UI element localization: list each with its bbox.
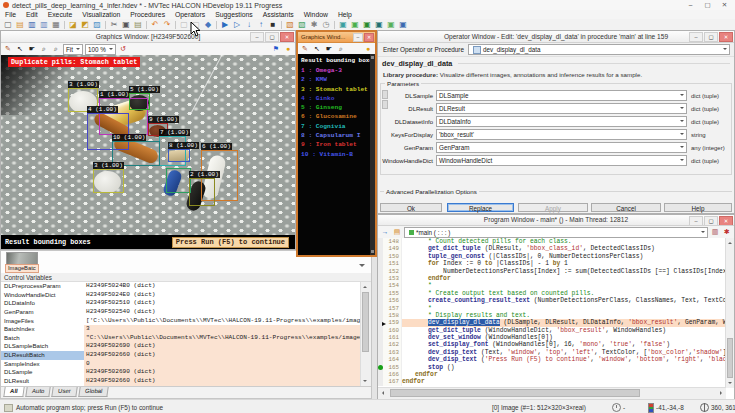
legend-window-titlebar[interactable]: Graphics Wind... – ✕	[298, 32, 375, 43]
menu-edit[interactable]: Edit	[21, 11, 43, 18]
code-line-162[interactable]: 162set_display_font (WindowHandles[0], 1…	[378, 341, 726, 348]
breakpoint-column[interactable]	[378, 297, 383, 304]
iconic-scroll-arrow-icon[interactable]	[359, 264, 365, 270]
bookmark-icon[interactable]: ▥	[710, 227, 720, 237]
breakpoint-column[interactable]	[378, 238, 383, 245]
program-close-button[interactable]: ✕	[719, 216, 733, 226]
reset-view-icon[interactable]: ↺	[118, 44, 128, 54]
help-button[interactable]: Help	[664, 203, 732, 212]
breakpoint-column[interactable]	[378, 275, 383, 282]
graphics-maximize-button[interactable]: ▢	[265, 32, 279, 42]
legend-draw-icon[interactable]: ✎	[300, 44, 310, 54]
param-input-windowhandledict[interactable]: WindowHandleDict	[436, 155, 687, 166]
variable-row-batch[interactable]: Batch"C:\\Users\\Public\\Documents\\MVTe…	[1, 334, 361, 343]
new-file-icon[interactable]: ▢	[2, 20, 14, 30]
breakpoint-column[interactable]	[378, 282, 383, 289]
write-image-icon[interactable]: ◩	[79, 20, 91, 30]
ok-button[interactable]: Ok	[380, 203, 442, 212]
profiler-icon[interactable]: ✱	[308, 20, 320, 30]
graphics-canvas[interactable]: 3 (1.00)1 (1.00)5 (1.00)4 (1.00)9 (1.00)…	[1, 55, 295, 249]
cancel-button[interactable]: Cancel	[591, 203, 661, 212]
deactivate-lines-icon[interactable]: ▧	[296, 20, 308, 30]
pan-hand-icon[interactable]: ☛	[27, 44, 37, 54]
undo-icon[interactable]: ↶	[149, 20, 161, 30]
paste-icon[interactable]: ▤	[132, 20, 144, 30]
param-input-dlresult[interactable]: DLResult	[436, 103, 687, 114]
save-all-icon[interactable]: ▥	[38, 20, 50, 30]
up-procedure-icon[interactable]: ▤	[392, 227, 402, 237]
maximize-button[interactable]: ▢	[699, 0, 716, 10]
assistant-deep-learning-icon[interactable]: ▣	[397, 20, 409, 30]
code-line-166[interactable]: 166endfor	[378, 371, 726, 378]
variable-row-dlresult[interactable]: DLResultH2349F502660 (dict)	[1, 377, 361, 386]
image-batch-label[interactable]: ImageBatc	[5, 264, 39, 273]
assistant-measure-icon[interactable]: ▣	[373, 20, 385, 30]
step-out-icon[interactable]: ↑	[255, 20, 267, 30]
operator-close-button[interactable]: ✕	[719, 32, 733, 42]
menu-visualization[interactable]: Visualization	[77, 11, 125, 18]
legend-lightbulb-icon[interactable]: ●	[363, 44, 373, 54]
code-line-149[interactable]: 149get_dict_tuple (DLResult, 'bbox_class…	[378, 245, 726, 252]
variable-row-genparam[interactable]: GenParamH2349F502540 (dict)	[1, 308, 361, 317]
fit-select[interactable]: Fit	[63, 44, 83, 55]
breakpoint-column[interactable]	[378, 356, 383, 363]
breakpoint-icon[interactable]: ✱	[722, 227, 732, 237]
draw-icon[interactable]: ✎	[3, 44, 13, 54]
menu-procedures[interactable]: Procedures	[125, 11, 170, 18]
breakpoint-column[interactable]	[378, 245, 383, 252]
breakpoint-column[interactable]	[378, 253, 383, 260]
param-input-dlsample[interactable]: DLSample	[436, 90, 687, 101]
replace-button[interactable]: Replace	[447, 203, 514, 212]
minimize-button[interactable]: –	[682, 0, 699, 10]
close-button[interactable]: ✕	[716, 0, 733, 10]
menu-assistants[interactable]: Assistants	[258, 11, 299, 18]
program-minimize-button[interactable]: –	[689, 216, 703, 226]
param-input-dldatasetinfo[interactable]: DLDataInfo	[436, 116, 687, 127]
stop-icon[interactable]: ■	[267, 20, 279, 30]
code-line-151[interactable]: 151for Index := 0 to |ClassIDs| - 1 by 1	[378, 260, 726, 267]
show-pc-icon[interactable]: →	[380, 227, 390, 237]
code-line-163[interactable]: 163dev_disp_text (Text, 'window', 'top',…	[378, 349, 726, 356]
operator-maximize-button[interactable]: ▢	[704, 32, 718, 42]
lightbulb-icon[interactable]: ●	[283, 44, 293, 54]
breakpoint-column[interactable]	[378, 305, 383, 312]
zoom-in-icon[interactable]: ⌕	[39, 44, 49, 54]
assistant-image-acquisition-icon[interactable]: ▣	[337, 20, 349, 30]
attach-procedure-icon[interactable]: ◆	[202, 20, 214, 30]
code-editor[interactable]: 148* Count detected pills for each class…	[378, 238, 726, 388]
assistant-ocr-icon[interactable]: ▣	[385, 20, 397, 30]
variable-row-dlsamplebatch[interactable]: DLSampleBatchH2349F502690 (dict)	[1, 342, 361, 351]
legend-pan-hand-icon[interactable]: ☛	[324, 44, 334, 54]
menu-file[interactable]: File	[0, 11, 21, 18]
code-line-157[interactable]: 157*	[378, 305, 726, 312]
breakpoint-column[interactable]	[378, 334, 383, 341]
code-line-150[interactable]: 150tuple_gen_const (|ClassIDs|, 0, Numbe…	[378, 253, 726, 260]
code-vertical-scrollbar[interactable]	[725, 238, 734, 388]
legend-zoom-icon[interactable]: ⌕	[336, 44, 346, 54]
program-maximize-button[interactable]: ▢	[704, 216, 718, 226]
breakpoint-column[interactable]	[378, 349, 383, 356]
code-line-152[interactable]: 152 NumberDetectionsPerClass[Index] := s…	[378, 268, 726, 275]
code-line-148[interactable]: 148* Count detected pills for each class…	[378, 238, 726, 245]
variable-row-dlsample[interactable]: DLSampleH2349F502690 (dict)	[1, 368, 361, 377]
variable-row-dlpreprocessparam[interactable]: DLPreprocessParamH2349F5024B0 (dict)	[1, 282, 361, 291]
variable-row-dlresultbatch[interactable]: DLResultBatchH2349F502660 (dict)	[1, 351, 361, 360]
zoom-out-icon[interactable]: ⌕	[51, 44, 61, 54]
variable-row-windowhandledict[interactable]: WindowHandleDictH2349F5024E0 (dict)	[1, 291, 361, 300]
breakpoint-column[interactable]	[378, 268, 383, 275]
print-icon[interactable]: ▦	[50, 20, 62, 30]
copy-icon[interactable]: ▣	[120, 20, 132, 30]
param-input-keysfordisplay[interactable]: 'bbox_result'	[436, 129, 687, 140]
variables-tab-user[interactable]: User	[51, 387, 77, 397]
variable-row-batchindex[interactable]: BatchIndex3	[1, 325, 361, 334]
flag-icon[interactable]: ⚑	[271, 44, 281, 54]
breakpoint-column[interactable]	[378, 290, 383, 297]
activate-lines-icon[interactable]: ▧	[284, 20, 296, 30]
menu-operators[interactable]: Operators	[170, 11, 210, 18]
legend-close-button[interactable]: ✕	[364, 33, 374, 42]
zoom-level-select[interactable]: 100 %	[85, 44, 116, 55]
redo-icon[interactable]: ↷	[161, 20, 173, 30]
legend-minimize-button[interactable]: –	[353, 33, 363, 42]
code-line-164[interactable]: 164dev_disp_text ('Press Run (F5) to con…	[378, 356, 726, 363]
advanced-options-group[interactable]: Advanced Parallelization Options	[380, 191, 732, 202]
